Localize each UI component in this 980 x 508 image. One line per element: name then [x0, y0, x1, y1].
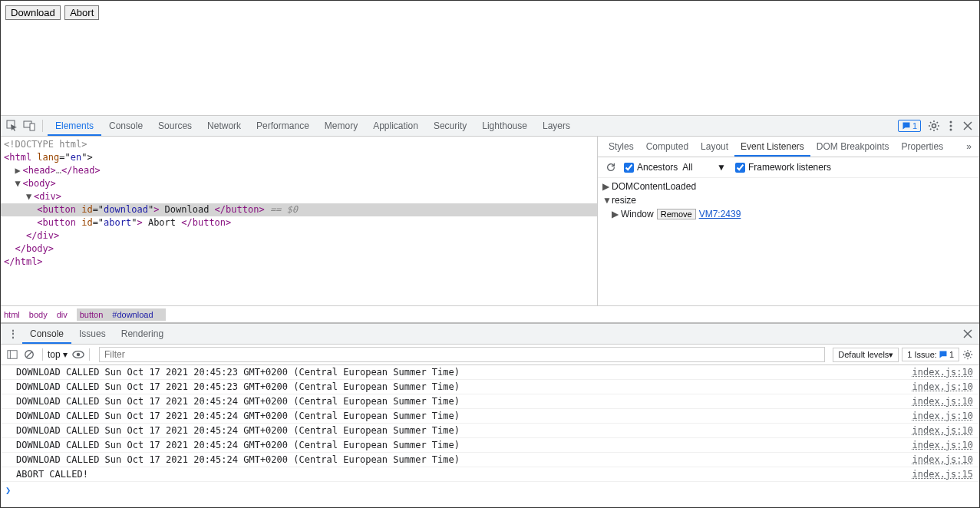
settings-gear-icon[interactable] — [926, 117, 942, 134]
log-row[interactable]: ABORT CALLED!index.js:15 — [1, 467, 979, 482]
tab-layers[interactable]: Layers — [535, 116, 578, 136]
side-tab-event-listeners[interactable]: Event Listeners — [734, 137, 810, 157]
breadcrumb-item[interactable]: html — [4, 310, 20, 319]
issues-badge[interactable]: 1 Issue: 1 — [902, 348, 959, 361]
log-row[interactable]: DOWNLOAD CALLED Sun Oct 17 2021 20:45:23… — [1, 365, 979, 380]
tab-sources[interactable]: Sources — [150, 116, 200, 136]
scope-select[interactable]: All ▼ — [682, 162, 726, 173]
log-source-link[interactable]: index.js:10 — [912, 381, 973, 392]
expand-arrow-icon[interactable]: ▶ — [602, 180, 612, 193]
drawer-tab-console[interactable]: Console — [22, 324, 71, 344]
log-source-link[interactable]: index.js:10 — [912, 367, 973, 378]
tab-security[interactable]: Security — [426, 116, 474, 136]
dom-line[interactable]: ▼ <div> — [1, 190, 597, 203]
log-row[interactable]: DOWNLOAD CALLED Sun Oct 17 2021 20:45:23… — [1, 380, 979, 394]
log-row[interactable]: DOWNLOAD CALLED Sun Oct 17 2021 20:45:24… — [1, 394, 979, 409]
more-menu-icon[interactable] — [942, 117, 959, 134]
console-settings-icon[interactable] — [959, 346, 976, 363]
side-tab-styles[interactable]: Styles — [602, 137, 640, 157]
log-message: DOWNLOAD CALLED Sun Oct 17 2021 20:45:24… — [16, 425, 912, 436]
dom-tree[interactable]: <!DOCTYPE html> <html lang="en"> ▶ <head… — [1, 137, 598, 305]
svg-point-6 — [950, 129, 952, 131]
dom-line-selected[interactable]: <button id="download"> Download </button… — [1, 203, 597, 216]
inspect-icon[interactable] — [4, 117, 21, 134]
framework-checkbox[interactable]: Framework listeners — [735, 162, 831, 173]
filter-input[interactable] — [99, 347, 825, 362]
dom-line[interactable]: <!DOCTYPE html> — [1, 138, 597, 151]
close-drawer-icon[interactable] — [959, 325, 976, 342]
breadcrumb-item[interactable]: div — [57, 310, 68, 319]
log-levels-select[interactable]: Default levels ▾ — [833, 348, 899, 362]
expand-arrow-icon[interactable]: ▼ — [15, 177, 22, 190]
live-expression-icon[interactable] — [72, 350, 84, 359]
breadcrumb-item-selected[interactable]: button#download — [77, 308, 166, 321]
device-toggle-icon[interactable] — [21, 117, 38, 134]
dom-line[interactable]: <button id="abort"> Abort </button> — [1, 216, 597, 229]
dom-line[interactable]: <html lang="en"> — [1, 151, 597, 164]
source-link[interactable]: VM7:2439 — [699, 207, 741, 221]
log-row[interactable]: DOWNLOAD CALLED Sun Oct 17 2021 20:45:24… — [1, 453, 979, 467]
side-tab-computed[interactable]: Computed — [640, 137, 695, 157]
tab-elements[interactable]: Elements — [48, 116, 101, 136]
log-row[interactable]: DOWNLOAD CALLED Sun Oct 17 2021 20:45:24… — [1, 424, 979, 438]
log-source-link[interactable]: index.js:10 — [912, 454, 973, 465]
tab-network[interactable]: Network — [200, 116, 249, 136]
log-source-link[interactable]: index.js:10 — [912, 440, 973, 450]
side-tabbar: StylesComputedLayoutEvent ListenersDOM B… — [598, 137, 979, 157]
log-source-link[interactable]: index.js:15 — [912, 469, 973, 480]
log-source-link[interactable]: index.js:10 — [912, 411, 973, 421]
devtools-panel: ElementsConsoleSourcesNetworkPerformance… — [1, 116, 979, 507]
tab-console[interactable]: Console — [101, 116, 150, 136]
event-target-row[interactable]: ▶ Window Remove VM7:2439 — [602, 207, 975, 221]
dom-line[interactable]: ▶ <head>…</head> — [1, 164, 597, 177]
drawer-tabbar: ⋮ ConsoleIssuesRendering — [1, 324, 979, 345]
tab-memory[interactable]: Memory — [317, 116, 365, 136]
context-select[interactable]: top ▾ — [48, 349, 68, 360]
sidebar-toggle-icon[interactable] — [4, 346, 21, 363]
abort-button[interactable]: Abort — [64, 5, 99, 20]
event-target: Window — [621, 207, 654, 221]
log-row[interactable]: DOWNLOAD CALLED Sun Oct 17 2021 20:45:24… — [1, 438, 979, 453]
download-button[interactable]: Download — [5, 5, 61, 20]
dom-line[interactable]: </div> — [1, 229, 597, 242]
side-tab-dom-breakpoints[interactable]: DOM Breakpoints — [810, 137, 896, 157]
remove-listener-button[interactable]: Remove — [657, 209, 696, 219]
svg-point-3 — [932, 124, 936, 128]
console-prompt[interactable]: ❯ — [1, 482, 979, 499]
log-message: DOWNLOAD CALLED Sun Oct 17 2021 20:45:23… — [16, 367, 912, 378]
messages-badge[interactable]: 1 — [898, 120, 921, 132]
log-message: ABORT CALLED! — [16, 469, 912, 480]
log-source-link[interactable]: index.js:10 — [912, 396, 973, 407]
event-row[interactable]: ▼resize — [602, 193, 975, 207]
event-row[interactable]: ▶DOMContentLoaded — [602, 180, 975, 193]
tab-performance[interactable]: Performance — [249, 116, 317, 136]
expand-arrow-icon[interactable]: ▼ — [26, 190, 34, 203]
more-tabs-icon[interactable]: » — [963, 141, 975, 152]
dom-line[interactable]: </html> — [1, 256, 597, 269]
svg-point-5 — [950, 125, 952, 127]
log-message: DOWNLOAD CALLED Sun Oct 17 2021 20:45:24… — [16, 440, 912, 450]
tab-lighthouse[interactable]: Lighthouse — [474, 116, 535, 136]
refresh-icon[interactable] — [602, 159, 619, 176]
drawer-tab-issues[interactable]: Issues — [71, 324, 114, 344]
log-row[interactable]: DOWNLOAD CALLED Sun Oct 17 2021 20:45:24… — [1, 409, 979, 424]
expand-arrow-icon[interactable]: ▼ — [602, 193, 612, 207]
tab-application[interactable]: Application — [365, 116, 426, 136]
ancestors-checkbox[interactable]: Ancestors — [624, 162, 678, 173]
drawer-menu-icon[interactable]: ⋮ — [4, 328, 22, 339]
console-log[interactable]: DOWNLOAD CALLED Sun Oct 17 2021 20:45:23… — [1, 365, 979, 507]
side-tab-layout[interactable]: Layout — [695, 137, 734, 157]
log-message: DOWNLOAD CALLED Sun Oct 17 2021 20:45:23… — [16, 381, 912, 392]
drawer-tab-rendering[interactable]: Rendering — [114, 324, 171, 344]
svg-rect-2 — [30, 124, 35, 130]
log-source-link[interactable]: index.js:10 — [912, 425, 973, 436]
dom-line[interactable]: </body> — [1, 242, 597, 256]
close-devtools-icon[interactable] — [959, 117, 976, 134]
breadcrumb-item[interactable]: body — [29, 310, 48, 319]
side-tab-properties[interactable]: Properties — [896, 137, 950, 157]
separator — [42, 120, 43, 132]
clear-console-icon[interactable] — [21, 346, 38, 363]
expand-arrow-icon[interactable]: ▶ — [612, 207, 621, 221]
expand-arrow-icon[interactable]: ▶ — [15, 164, 22, 177]
dom-line[interactable]: ▼ <body> — [1, 177, 597, 190]
